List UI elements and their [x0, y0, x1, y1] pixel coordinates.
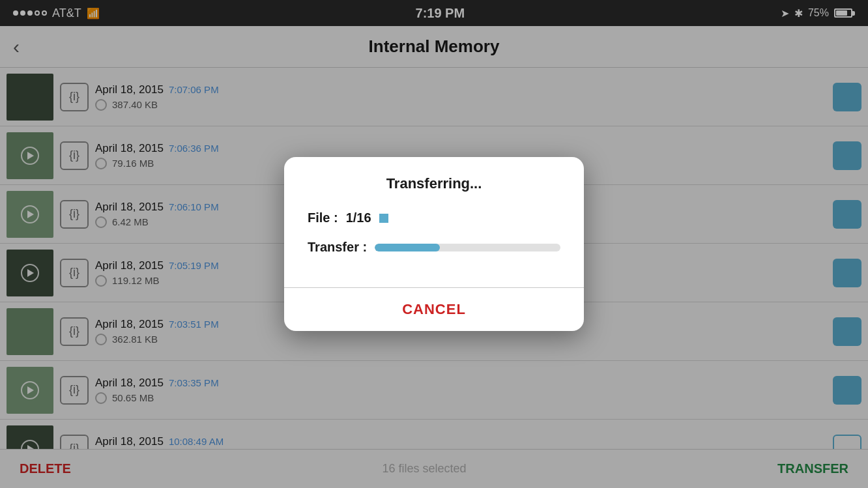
transfer-label: Transfer : — [308, 240, 367, 255]
transfer-progress-row: Transfer : — [308, 240, 560, 255]
modal-overlay: Transferring... File : 1/16 Transfer : C… — [0, 0, 868, 488]
file-progress-row: File : 1/16 — [308, 210, 560, 225]
file-progress-value: 1/16 — [346, 210, 371, 225]
progress-bar-fill — [375, 244, 440, 251]
dialog-body: Transferring... File : 1/16 Transfer : — [284, 157, 584, 287]
file-progress-indicator — [379, 214, 388, 223]
dialog-title: Transferring... — [308, 175, 560, 192]
progress-bar-background — [375, 244, 560, 251]
transfer-dialog: Transferring... File : 1/16 Transfer : C… — [284, 157, 584, 331]
file-label: File : — [308, 210, 338, 225]
cancel-button[interactable]: CANCEL — [284, 288, 584, 331]
